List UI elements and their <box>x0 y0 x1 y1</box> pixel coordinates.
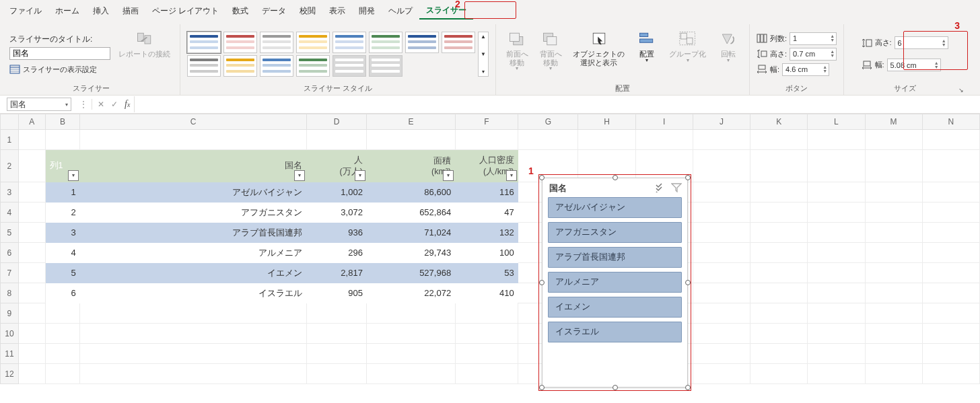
slicer-style-thumb[interactable] <box>369 32 403 53</box>
menu-data[interactable]: データ <box>255 3 293 19</box>
table-cell[interactable]: アフガニスタン <box>80 203 307 223</box>
col-header[interactable]: K <box>750 114 808 130</box>
size-height-input[interactable]: 6▲▼ <box>895 36 948 49</box>
row-header[interactable]: 5 <box>1 223 19 243</box>
btn-height-input[interactable]: 0.7 cm▲▼ <box>790 48 837 61</box>
enter-icon[interactable]: ✓ <box>111 100 118 109</box>
col-header[interactable]: L <box>808 114 865 130</box>
slicer-style-thumb[interactable] <box>223 32 257 53</box>
row-header[interactable]: 12 <box>1 364 19 384</box>
formula-options-icon[interactable]: ⋮ <box>79 100 88 109</box>
btn-cols-input[interactable]: 1▲▼ <box>790 32 837 45</box>
table-cell[interactable]: 410 <box>455 283 518 303</box>
menu-draw[interactable]: 描画 <box>116 3 145 19</box>
clear-filter-icon[interactable] <box>671 183 682 194</box>
filter-dropdown-icon[interactable]: ▾ <box>355 170 365 181</box>
name-box[interactable]: 国名 ▾ <box>7 98 71 111</box>
col-header[interactable]: J <box>693 114 750 130</box>
table-cell[interactable]: 132 <box>455 223 518 243</box>
table-cell[interactable]: 652,864 <box>367 203 455 223</box>
menu-home[interactable]: ホーム <box>48 3 86 19</box>
slicer-style-thumb[interactable] <box>260 32 293 53</box>
slicer-item[interactable]: イエメン <box>548 297 682 318</box>
filter-dropdown-icon[interactable]: ▾ <box>294 170 305 181</box>
slicer-caption-input[interactable] <box>9 47 110 60</box>
resize-handle[interactable] <box>685 175 691 180</box>
resize-handle[interactable] <box>539 280 545 285</box>
menu-view[interactable]: 表示 <box>322 3 352 19</box>
menu-review[interactable]: 校閲 <box>293 3 322 19</box>
menu-slicer[interactable]: スライサー <box>419 2 473 20</box>
slicer-item[interactable]: イスラエル <box>548 322 682 342</box>
col-header[interactable]: E <box>367 114 455 130</box>
size-width-input[interactable]: 5.08 cm▲▼ <box>887 59 941 71</box>
table-cell[interactable]: イエメン <box>80 263 307 283</box>
resize-handle[interactable] <box>612 175 618 180</box>
col-header[interactable]: F <box>455 114 518 130</box>
slicer-item[interactable]: アルメニア <box>548 272 682 293</box>
slicer-settings-button[interactable]: スライサーの表示設定 <box>23 65 97 75</box>
col-header[interactable]: I <box>635 114 693 130</box>
resize-handle[interactable] <box>685 280 691 285</box>
table-cell[interactable]: 47 <box>455 203 518 223</box>
table-cell[interactable]: 1,002 <box>306 182 367 203</box>
slicer-item[interactable]: アゼルバイジャン <box>548 197 682 218</box>
slicer-item[interactable]: アフガニスタン <box>548 222 682 243</box>
slicer-object[interactable]: 国名 アゼルバイジャン アフガニスタン アラブ首長国連邦 アルメニア イエメン … <box>542 178 688 388</box>
table-cell[interactable]: 2 <box>45 203 80 223</box>
row-header[interactable]: 7 <box>1 263 19 283</box>
table-cell[interactable]: 86,600 <box>367 182 455 203</box>
table-cell[interactable]: 1 <box>45 182 80 203</box>
col-header[interactable]: C <box>80 114 307 130</box>
slicer-style-thumb[interactable] <box>369 55 403 77</box>
slicer-style-gallery[interactable]: ▲▼▾ <box>187 32 489 77</box>
btn-width-input[interactable]: 4.6 cm▲▼ <box>782 63 829 76</box>
table-cell[interactable]: 4 <box>45 243 80 263</box>
select-all-corner[interactable] <box>1 114 19 130</box>
row-header[interactable]: 8 <box>1 283 19 303</box>
fx-icon[interactable]: fx <box>125 99 130 110</box>
col-header[interactable]: M <box>865 114 922 130</box>
col-header[interactable]: B <box>45 114 80 130</box>
row-header[interactable]: 2 <box>1 150 19 182</box>
table-cell[interactable]: 116 <box>455 182 518 203</box>
table-cell[interactable]: 100 <box>455 243 518 263</box>
row-header[interactable]: 4 <box>1 203 19 223</box>
resize-handle[interactable] <box>539 175 545 180</box>
row-header[interactable]: 10 <box>1 324 19 344</box>
slicer-style-thumb[interactable] <box>296 32 330 53</box>
row-header[interactable]: 1 <box>1 130 19 150</box>
table-cell[interactable]: 5 <box>45 263 80 283</box>
slicer-style-thumb[interactable] <box>187 32 221 53</box>
formula-input[interactable] <box>134 96 980 112</box>
filter-dropdown-icon[interactable]: ▾ <box>68 170 79 181</box>
size-dialog-launcher[interactable]: ↘ <box>958 87 964 94</box>
col-header[interactable]: G <box>518 114 578 130</box>
row-header[interactable]: 6 <box>1 243 19 263</box>
table-cell[interactable]: 3 <box>45 223 80 243</box>
multi-select-icon[interactable] <box>655 183 666 194</box>
table-cell[interactable]: 71,024 <box>367 223 455 243</box>
table-cell[interactable]: イスラエル <box>80 283 307 303</box>
col-header[interactable]: D <box>306 114 367 130</box>
worksheet-grid[interactable]: A B C D E F G H I J K L M N 1 2 列1 ▾ <box>0 114 980 384</box>
table-cell[interactable]: 3,072 <box>306 203 367 223</box>
resize-handle[interactable] <box>612 385 618 390</box>
style-gallery-scroll[interactable]: ▲▼▾ <box>478 32 489 77</box>
slicer-style-thumb[interactable] <box>405 32 439 53</box>
table-cell[interactable]: アルメニア <box>80 243 307 263</box>
col-header[interactable]: N <box>922 114 979 130</box>
table-cell[interactable]: 53 <box>455 263 518 283</box>
table-cell[interactable]: 905 <box>306 283 367 303</box>
table-cell[interactable]: 6 <box>45 283 80 303</box>
slicer-item[interactable]: アラブ首長国連邦 <box>548 247 682 268</box>
selection-pane-button[interactable]: オブジェクトの 選択と表示 <box>570 28 627 79</box>
slicer-style-thumb[interactable] <box>332 55 366 77</box>
name-box-dropdown-icon[interactable]: ▾ <box>65 102 68 108</box>
table-cell[interactable]: 2,817 <box>306 263 367 283</box>
row-header[interactable]: 3 <box>1 182 19 203</box>
slicer-style-thumb[interactable] <box>442 32 475 53</box>
menu-file[interactable]: ファイル <box>3 3 48 19</box>
table-cell[interactable]: アゼルバイジャン <box>80 182 307 203</box>
menu-insert[interactable]: 挿入 <box>86 3 116 19</box>
